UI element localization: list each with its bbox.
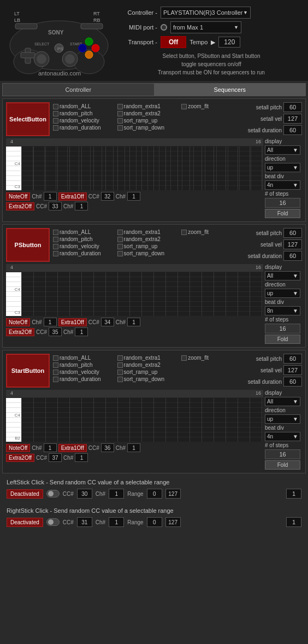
- transport-off-button[interactable]: Off: [161, 36, 186, 48]
- fold-button[interactable]: Fold: [265, 209, 300, 218]
- checkbox[interactable]: [117, 237, 123, 242]
- midi-radio[interactable]: [161, 24, 167, 31]
- ch-value3[interactable]: 1: [75, 202, 88, 210]
- setall-pitch-2[interactable]: 60: [283, 228, 302, 238]
- setall-pitch-3[interactable]: 60: [283, 354, 302, 364]
- right-stick-range-min[interactable]: 0: [147, 517, 162, 527]
- seq-grid-3[interactable]: [21, 398, 263, 442]
- right-stick-end-value[interactable]: 1: [286, 517, 301, 527]
- extra2off-button[interactable]: Extra2Off: [6, 202, 34, 210]
- checkbox[interactable]: [117, 355, 123, 361]
- ch-value2[interactable]: 1: [127, 192, 140, 201]
- left-stick-toggle[interactable]: [46, 490, 60, 497]
- display-dropdown-2[interactable]: All▼: [265, 271, 300, 280]
- setall-pitch-value[interactable]: 60: [283, 102, 302, 112]
- right-stick-ch-value[interactable]: 1: [109, 517, 124, 527]
- extra1off-2[interactable]: Extra1Off: [58, 318, 87, 326]
- midi-dropdown[interactable]: from Max 1 ▼: [170, 21, 241, 33]
- checkbox[interactable]: [117, 111, 123, 116]
- top-section: LT LB RT RB SONY SELECT START: [0, 0, 308, 81]
- checkbox[interactable]: [53, 230, 58, 235]
- start-button[interactable]: StartButton: [6, 354, 50, 388]
- checkbox[interactable]: [53, 251, 58, 256]
- checkbox[interactable]: [53, 118, 58, 124]
- checkbox[interactable]: [117, 362, 123, 368]
- display-dropdown-3[interactable]: All▼: [265, 397, 300, 406]
- ch-label2: Ch#: [116, 194, 126, 200]
- left-stick-range-max[interactable]: 127: [165, 489, 181, 499]
- seq-grid-2[interactable]: [21, 272, 263, 316]
- extra1off-3[interactable]: Extra1Off: [58, 444, 87, 452]
- right-stick-toggle[interactable]: [46, 518, 60, 526]
- seq-grid[interactable]: [21, 147, 263, 190]
- left-stick-deactivated-button[interactable]: Deactivated: [7, 489, 43, 499]
- setall-vel-2[interactable]: 127: [283, 239, 302, 249]
- checkbox[interactable]: [117, 244, 123, 249]
- left-stick-ch-value[interactable]: 1: [109, 489, 124, 499]
- left-stick-cc-value[interactable]: 30: [77, 489, 92, 499]
- num-steps-value[interactable]: 16: [265, 198, 300, 208]
- svg-text:LB: LB: [14, 17, 20, 23]
- checkbox[interactable]: [181, 104, 187, 109]
- extra2off-2[interactable]: Extra2Off: [6, 328, 34, 336]
- left-stick-range-min[interactable]: 0: [147, 489, 162, 499]
- checkbox[interactable]: [53, 362, 58, 368]
- setall-vel-3[interactable]: 127: [283, 365, 302, 375]
- left-stick-end-value[interactable]: 1: [286, 489, 301, 499]
- direction-dropdown-2[interactable]: up▼: [265, 289, 300, 298]
- noteoff-button-2[interactable]: NoteOff: [6, 318, 30, 326]
- checkbox[interactable]: [117, 377, 123, 382]
- num-steps-value-2[interactable]: 16: [265, 324, 300, 333]
- controller-dropdown[interactable]: PLAYSTATION(R)3 Controller ▼: [161, 7, 251, 19]
- beat-div-dropdown[interactable]: 4n ▼: [265, 180, 300, 190]
- checkbox[interactable]: [53, 244, 58, 249]
- setall-vel-value[interactable]: 127: [283, 114, 302, 124]
- display-dropdown[interactable]: All ▼: [265, 145, 300, 155]
- checkbox[interactable]: [53, 355, 58, 361]
- tab-sequencers[interactable]: Sequencers: [155, 84, 306, 96]
- checkbox[interactable]: [53, 125, 58, 131]
- right-stick-cc-value[interactable]: 31: [77, 517, 92, 527]
- beat-div-dropdown-2[interactable]: 8n▼: [265, 306, 300, 315]
- fold-button-3[interactable]: Fold: [265, 460, 300, 470]
- checkbox[interactable]: [53, 237, 58, 242]
- cc-value[interactable]: 32: [101, 192, 114, 201]
- noteoff-button-3[interactable]: NoteOff: [6, 444, 30, 452]
- checkbox[interactable]: [53, 377, 58, 382]
- checkbox[interactable]: [117, 104, 123, 109]
- note-c3-2: C3: [15, 310, 20, 315]
- cc-value2[interactable]: 33: [49, 202, 62, 210]
- checkbox[interactable]: [117, 251, 123, 256]
- checkbox[interactable]: [117, 118, 123, 124]
- select-button[interactable]: SelectButton: [6, 102, 50, 136]
- extra1off-button[interactable]: Extra1Off: [58, 192, 87, 201]
- position-marker: 4: [10, 139, 13, 144]
- extra2off-3[interactable]: Extra2Off: [6, 454, 34, 462]
- checkbox[interactable]: [53, 104, 58, 109]
- checkbox[interactable]: [181, 355, 187, 361]
- tempo-value[interactable]: 120: [218, 37, 240, 48]
- checkbox[interactable]: [117, 370, 123, 375]
- direction-dropdown-3[interactable]: up▼: [265, 414, 300, 424]
- note-c4-label: C4: [15, 161, 20, 166]
- setall-duration-value[interactable]: 60: [283, 125, 302, 135]
- noteoff-button[interactable]: NoteOff: [6, 192, 30, 201]
- beat-div-dropdown-3[interactable]: 4n▼: [265, 432, 300, 441]
- setall-dur-2[interactable]: 60: [283, 251, 302, 261]
- checkbox[interactable]: [117, 125, 123, 131]
- checkbox[interactable]: [181, 230, 187, 235]
- checkbox[interactable]: [117, 230, 123, 235]
- direction-dropdown[interactable]: up ▼: [265, 163, 300, 172]
- right-stick-range-max[interactable]: 127: [165, 517, 181, 527]
- chevron-down-icon: ▼: [293, 273, 298, 279]
- fold-button-2[interactable]: Fold: [265, 335, 300, 344]
- checkbox[interactable]: [53, 370, 58, 375]
- ch-value[interactable]: 1: [44, 192, 57, 201]
- checkbox[interactable]: [53, 111, 58, 116]
- tab-controller[interactable]: Controller: [3, 84, 155, 96]
- right-stick-section: RightStick Click - Send random CC value …: [2, 504, 306, 530]
- setall-dur-3[interactable]: 60: [283, 377, 302, 387]
- num-steps-value-3[interactable]: 16: [265, 449, 300, 459]
- ps-button[interactable]: PSbutton: [6, 228, 50, 262]
- right-stick-deactivated-button[interactable]: Deactivated: [7, 518, 43, 527]
